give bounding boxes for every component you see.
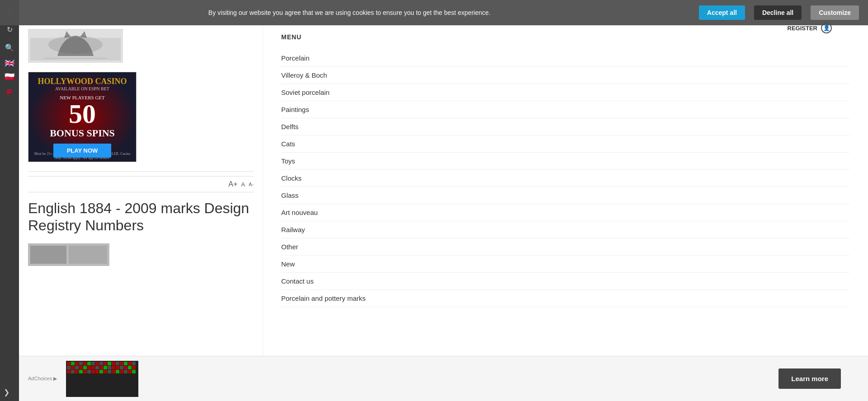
svg-rect-23 <box>124 362 127 365</box>
menu-column: MENU PorcelainVilleroy & BochSoviet porc… <box>263 20 868 401</box>
svg-rect-53 <box>108 370 111 373</box>
site-logo <box>28 29 123 63</box>
svg-rect-54 <box>112 370 115 373</box>
sidebar: ⇧ ↻ 🔍 🇬🇧 🇵🇱 P ❯ <box>0 0 19 401</box>
svg-rect-41 <box>128 366 132 369</box>
menu-item-link[interactable]: Delfts <box>281 123 298 131</box>
flag-pl-icon[interactable]: 🇵🇱 <box>3 72 16 81</box>
pinterest-icon[interactable]: P <box>3 86 16 99</box>
menu-item-link[interactable]: New <box>281 260 295 268</box>
accept-cookies-button[interactable]: Accept all <box>699 5 745 20</box>
menu-item[interactable]: Soviet porcelain <box>281 84 850 101</box>
menu-item[interactable]: Porcelain and pottery marks <box>281 290 850 307</box>
cookie-message: By visiting our website you agree that w… <box>9 9 690 16</box>
decline-cookies-button[interactable]: Decline all <box>754 5 802 20</box>
menu-item-link[interactable]: Glass <box>281 191 298 199</box>
casino-play-button[interactable]: PLAY NOW <box>53 144 112 158</box>
svg-rect-47 <box>83 370 87 373</box>
menu-item[interactable]: Glass <box>281 187 850 204</box>
menu-item[interactable]: Other <box>281 238 850 256</box>
svg-rect-32 <box>91 366 95 369</box>
svg-rect-19 <box>108 362 111 365</box>
menu-item-link[interactable]: Clocks <box>281 174 302 182</box>
svg-rect-59 <box>132 370 136 373</box>
font-medium-button[interactable]: A <box>241 181 245 188</box>
svg-rect-37 <box>112 366 115 369</box>
customize-cookies-button[interactable]: Customize <box>811 5 859 20</box>
svg-rect-18 <box>104 362 107 365</box>
svg-rect-51 <box>99 370 103 373</box>
sidebar-chevron-icon[interactable]: ❯ <box>4 388 9 396</box>
svg-rect-27 <box>71 366 75 369</box>
svg-rect-7 <box>69 246 107 264</box>
svg-rect-29 <box>79 366 83 369</box>
bottom-adchoices-label[interactable]: AdChoices ▶ <box>28 376 57 382</box>
menu-item-link[interactable]: Paintings <box>281 106 309 113</box>
menu-item-link[interactable]: Contact us <box>281 277 314 285</box>
menu-item-link[interactable]: Porcelain and pottery marks <box>281 294 366 302</box>
font-size-controls: A+ A A- <box>28 176 254 192</box>
cookie-banner: By visiting our website you agree that w… <box>0 0 868 25</box>
svg-rect-50 <box>95 370 99 373</box>
svg-rect-16 <box>95 362 99 365</box>
bottom-ad-image <box>66 361 138 397</box>
menu-item-link[interactable]: Villeroy & Boch <box>281 71 327 79</box>
svg-rect-49 <box>91 370 95 373</box>
svg-rect-26 <box>67 366 71 369</box>
learn-more-button[interactable]: Learn more <box>778 368 841 389</box>
svg-rect-12 <box>79 362 83 365</box>
content-column: HOLLYWOOD CASINO AVAILABLE ON ESPN BET N… <box>19 20 263 401</box>
svg-rect-13 <box>83 362 87 365</box>
register-link[interactable]: REGISTER <box>788 25 817 32</box>
article-image <box>28 243 109 266</box>
menu-item-link[interactable]: Art nouveau <box>281 209 318 216</box>
svg-rect-55 <box>116 370 119 373</box>
casino-name: HOLLYWOOD CASINO <box>38 77 127 86</box>
casino-sub: AVAILABLE ON ESPN BET <box>55 86 109 91</box>
menu-item[interactable]: Toys <box>281 153 850 170</box>
menu-item[interactable]: New <box>281 256 850 273</box>
menu-item[interactable]: Delfts <box>281 118 850 135</box>
menu-item[interactable]: Contact us <box>281 273 850 290</box>
svg-rect-40 <box>124 366 127 369</box>
svg-rect-31 <box>87 366 91 369</box>
svg-rect-22 <box>120 362 123 365</box>
svg-rect-35 <box>104 366 107 369</box>
casino-bonus-text: BONUS SPINS <box>50 127 115 139</box>
bottom-ad-bar: AdChoices ▶ <box>19 356 868 401</box>
flag-uk-icon[interactable]: 🇬🇧 <box>3 59 16 68</box>
font-large-button[interactable]: A+ <box>228 180 237 188</box>
search-icon[interactable]: 🔍 <box>3 41 16 54</box>
svg-rect-34 <box>99 366 103 369</box>
menu-item[interactable]: Villeroy & Boch <box>281 67 850 84</box>
menu-item[interactable]: Cats <box>281 135 850 153</box>
menu-list: PorcelainVilleroy & BochSoviet porcelain… <box>281 50 850 307</box>
menu-item-link[interactable]: Other <box>281 243 298 251</box>
menu-item-link[interactable]: Soviet porcelain <box>281 89 330 96</box>
menu-item[interactable]: Paintings <box>281 101 850 118</box>
menu-item[interactable]: Railway <box>281 221 850 238</box>
menu-heading: MENU <box>281 33 850 41</box>
svg-rect-38 <box>116 366 119 369</box>
svg-rect-17 <box>99 362 103 365</box>
menu-item[interactable]: Clocks <box>281 170 850 187</box>
svg-rect-45 <box>75 370 79 373</box>
menu-item[interactable]: Art nouveau <box>281 204 850 221</box>
svg-rect-14 <box>87 362 91 365</box>
svg-rect-24 <box>128 362 132 365</box>
svg-rect-48 <box>87 370 91 373</box>
menu-item[interactable]: Porcelain <box>281 50 850 67</box>
svg-rect-28 <box>75 366 79 369</box>
svg-rect-25 <box>132 362 136 365</box>
svg-rect-56 <box>120 370 123 373</box>
casino-bonus-number: 50 <box>69 100 96 127</box>
svg-rect-21 <box>116 362 119 365</box>
menu-item-link[interactable]: Cats <box>281 140 295 148</box>
menu-item-link[interactable]: Railway <box>281 226 305 233</box>
menu-item-link[interactable]: Toys <box>281 157 295 165</box>
font-small-button[interactable]: A- <box>249 182 254 187</box>
svg-rect-43 <box>67 370 71 373</box>
menu-item-link[interactable]: Porcelain <box>281 54 310 62</box>
svg-rect-39 <box>120 366 123 369</box>
svg-rect-9 <box>67 362 71 365</box>
